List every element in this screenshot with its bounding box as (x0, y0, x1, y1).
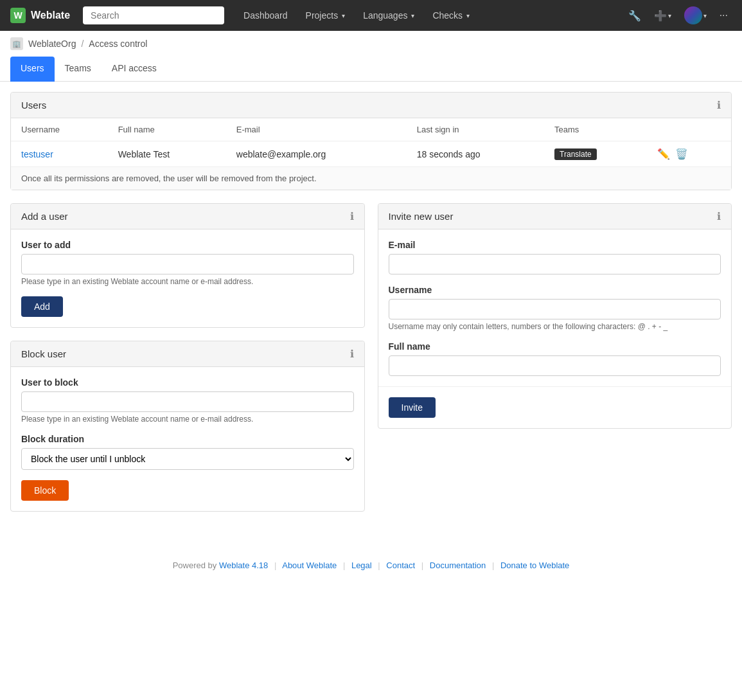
invite-user-info-icon[interactable]: ℹ (717, 210, 721, 222)
tabs-container: Users Teams API access (0, 57, 742, 82)
invite-user-panel: Invite new user ℹ E-mail Username Userna… (378, 203, 732, 429)
brand-icon: W (10, 8, 26, 23)
block-user-info-icon[interactable]: ℹ (350, 348, 354, 360)
projects-dropdown-arrow: ▾ (342, 12, 345, 19)
action-icons: ✏️ 🗑️ (657, 148, 721, 160)
col-username: Username (11, 118, 108, 141)
user-email: weblate@example.org (226, 141, 407, 167)
add-user-panel-header: Add a user ℹ (11, 204, 364, 229)
avatar-dropdown-arrow: ▾ (703, 12, 707, 19)
invite-fullname-input[interactable] (389, 355, 721, 376)
col-email: E-mail (226, 118, 407, 141)
main-content: Users ℹ Username Full name E-mail Last s… (0, 92, 742, 540)
add-user-panel-title: Add a user (21, 211, 68, 222)
nav-projects[interactable]: Projects ▾ (297, 0, 355, 31)
block-user-button[interactable]: Block (21, 480, 69, 501)
delete-user-icon[interactable]: 🗑️ (675, 148, 688, 160)
block-user-panel-body: User to block Please type in an existing… (11, 367, 364, 511)
users-panel-header: Users ℹ (11, 93, 731, 118)
invite-username-input[interactable] (389, 299, 721, 319)
breadcrumb-page: Access control (89, 39, 147, 49)
breadcrumb-org-icon: 🏢 (10, 37, 23, 50)
contact-link[interactable]: Contact (386, 561, 415, 570)
edit-user-icon[interactable]: ✏️ (657, 148, 670, 160)
about-link[interactable]: About Weblate (282, 561, 337, 570)
breadcrumb-separator: / (81, 39, 84, 49)
col-teams: Teams (544, 118, 647, 141)
breadcrumb: 🏢 WeblateOrg / Access control (0, 31, 742, 57)
user-to-add-input[interactable] (21, 254, 354, 274)
note-row: Once all its permissions are removed, th… (11, 167, 731, 190)
add-user-info-icon[interactable]: ℹ (350, 210, 354, 222)
block-user-hint: Please type in an existing Weblate accou… (21, 415, 354, 424)
invite-fullname-label: Full name (389, 341, 721, 352)
col-full-name: Full name (108, 118, 226, 141)
block-duration-label: Block duration (21, 434, 354, 444)
add-user-panel: Add a user ℹ User to add Please type in … (10, 203, 365, 328)
nav-dashboard[interactable]: Dashboard (234, 0, 297, 31)
tab-api-access[interactable]: API access (102, 57, 167, 82)
donate-link[interactable]: Donate to Weblate (500, 561, 569, 570)
left-col: Add a user ℹ User to add Please type in … (10, 203, 365, 525)
plus-icon-button[interactable]: ➕ ▾ (650, 6, 675, 26)
users-panel-title: Users (21, 100, 46, 111)
navbar: W Weblate Dashboard Projects ▾ Languages… (0, 0, 742, 31)
block-user-panel-title: Block user (21, 348, 66, 359)
invite-button[interactable]: Invite (389, 397, 436, 418)
user-full-name: Weblate Test (108, 141, 226, 167)
footer-sep-2: | (343, 561, 345, 570)
col-actions (647, 118, 731, 141)
weblate-version-link[interactable]: Weblate 4.18 (219, 561, 268, 570)
search-input[interactable] (83, 6, 224, 24)
add-user-hint: Please type in an existing Weblate accou… (21, 277, 354, 286)
invite-email-label: E-mail (389, 240, 721, 250)
invite-fullname-group: Full name (389, 341, 721, 376)
user-teams: Translate (544, 141, 647, 167)
documentation-link[interactable]: Documentation (430, 561, 486, 570)
col-last-sign-in: Last sign in (407, 118, 544, 141)
invite-username-hint: Username may only contain letters, numbe… (389, 322, 721, 331)
wrench-icon-button[interactable]: 🔧 (624, 6, 645, 26)
checks-dropdown-arrow: ▾ (466, 12, 470, 19)
footer-sep-1: | (274, 561, 276, 570)
note-text: Once all its permissions are removed, th… (21, 174, 317, 183)
legal-link[interactable]: Legal (351, 561, 372, 570)
nav-languages[interactable]: Languages ▾ (354, 0, 423, 31)
invite-username-label: Username (389, 285, 721, 295)
navbar-right: 🔧 ➕ ▾ ▾ ··· (624, 3, 732, 28)
footer-sep-5: | (492, 561, 494, 570)
user-to-add-label: User to add (21, 240, 354, 250)
right-col: Invite new user ℹ E-mail Username Userna… (378, 203, 732, 525)
user-last-sign-in: 18 seconds ago (407, 141, 544, 167)
user-to-add-group: User to add Please type in an existing W… (21, 240, 354, 286)
user-to-block-input[interactable] (21, 391, 354, 412)
add-user-button[interactable]: Add (21, 296, 63, 317)
tab-users[interactable]: Users (10, 57, 55, 82)
footer-sep-4: | (421, 561, 423, 570)
brand-link[interactable]: W Weblate (10, 8, 70, 23)
block-user-panel: Block user ℹ User to block Please type i… (10, 341, 365, 512)
breadcrumb-org-link[interactable]: WeblateOrg (28, 39, 76, 49)
user-to-block-label: User to block (21, 377, 354, 388)
invite-email-group: E-mail (389, 240, 721, 274)
tab-teams[interactable]: Teams (55, 57, 102, 82)
footer: Powered by Weblate 4.18 | About Weblate … (0, 540, 742, 580)
invite-email-input[interactable] (389, 254, 721, 274)
more-options-button[interactable]: ··· (716, 6, 732, 25)
invite-username-group: Username Username may only contain lette… (389, 285, 721, 331)
invite-user-panel-body: E-mail Username Username may only contai… (378, 229, 732, 428)
invite-user-panel-header: Invite new user ℹ (378, 204, 732, 229)
block-duration-select[interactable]: Block the user until I unblock Block for… (21, 448, 354, 470)
user-avatar (684, 6, 702, 24)
user-link[interactable]: testuser (21, 149, 53, 159)
footer-sep-3: | (378, 561, 380, 570)
block-duration-group: Block duration Block the user until I un… (21, 434, 354, 470)
languages-dropdown-arrow: ▾ (411, 12, 414, 19)
user-avatar-button[interactable]: ▾ (680, 3, 711, 28)
users-info-icon[interactable]: ℹ (717, 99, 721, 111)
team-badge: Translate (554, 148, 597, 160)
users-table: Username Full name E-mail Last sign in T… (11, 118, 731, 190)
nav-checks[interactable]: Checks ▾ (423, 0, 479, 31)
users-panel: Users ℹ Username Full name E-mail Last s… (10, 92, 732, 190)
add-user-panel-body: User to add Please type in an existing W… (11, 229, 364, 327)
